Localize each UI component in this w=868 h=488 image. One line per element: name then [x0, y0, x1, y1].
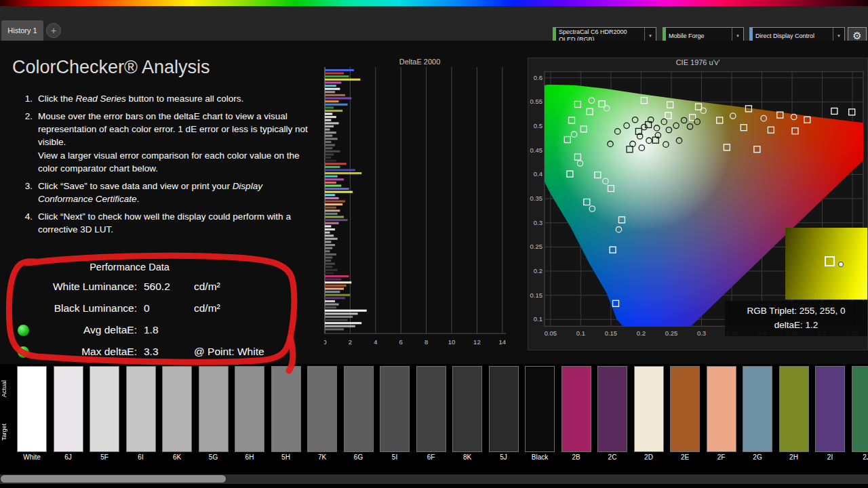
deltae-error-bar[interactable]	[325, 197, 339, 199]
deltae-error-bar[interactable]	[325, 131, 336, 134]
deltae-error-bar[interactable]	[325, 122, 339, 124]
deltae-error-bar[interactable]	[325, 216, 344, 218]
deltae-error-bar[interactable]	[325, 241, 331, 243]
deltae-error-bar[interactable]	[325, 73, 344, 75]
deltae-error-bar[interactable]	[325, 219, 348, 221]
deltae-error-bar[interactable]	[325, 144, 335, 146]
deltae-error-bar[interactable]	[325, 297, 345, 299]
deltae-error-bar[interactable]	[325, 100, 339, 102]
deltae-error-bar[interactable]	[325, 294, 350, 296]
deltae-error-bar[interactable]	[325, 285, 347, 287]
deltae-error-bar[interactable]	[325, 213, 338, 215]
deltae-error-bar[interactable]	[325, 147, 332, 149]
deltae-error-bar[interactable]	[325, 306, 336, 308]
deltae-error-bar[interactable]	[325, 75, 349, 77]
deltae-error-bar[interactable]	[325, 238, 338, 240]
deltae-error-bar[interactable]	[325, 272, 334, 274]
deltae-error-bar[interactable]	[325, 166, 340, 168]
deltae-error-bar[interactable]	[325, 138, 338, 140]
deltae-error-bar[interactable]	[325, 172, 361, 174]
deltae-error-bar[interactable]	[325, 191, 353, 193]
deltae-error-bar[interactable]	[325, 316, 353, 318]
deltae-error-bar[interactable]	[325, 232, 330, 234]
deltae-chart[interactable]: 02468101214	[324, 67, 515, 352]
patch-actual	[490, 367, 518, 416]
deltae-error-bar[interactable]	[325, 182, 336, 184]
add-tab-button[interactable]: +	[46, 23, 61, 38]
deltae-error-bar[interactable]	[325, 116, 336, 118]
deltae-error-bar[interactable]	[325, 328, 344, 330]
color-patch-column: 2J	[852, 366, 868, 461]
deltae-error-bar[interactable]	[325, 300, 335, 302]
tooltip-rgb-triplet: RGB Triplet: 255, 255, 0	[729, 304, 863, 319]
color-patch-column: 5H	[271, 366, 301, 461]
pass-indicator-icon	[18, 325, 29, 336]
deltae-error-bar[interactable]	[325, 178, 344, 180]
deltae-error-bar[interactable]	[325, 110, 342, 112]
deltae-error-bar[interactable]	[325, 250, 330, 252]
deltae-error-bar[interactable]	[325, 176, 338, 178]
deltae-error-bar[interactable]	[325, 253, 336, 256]
deltae-error-bar[interactable]	[325, 88, 340, 90]
deltae-error-bar[interactable]	[325, 322, 361, 324]
horizontal-scrollbar[interactable]	[0, 474, 868, 484]
deltae-error-bar[interactable]	[325, 275, 349, 277]
deltae-error-bar[interactable]	[325, 269, 338, 271]
deltae-error-bar[interactable]	[325, 263, 335, 265]
instruction-item: 3.Click “Save” to save data and view or …	[20, 180, 317, 205]
deltae-error-bar[interactable]	[325, 228, 335, 230]
deltae-error-bar[interactable]	[325, 207, 336, 209]
deltae-error-bar[interactable]	[325, 81, 341, 83]
deltae-error-bar[interactable]	[325, 169, 355, 171]
deltae-error-bar[interactable]	[325, 288, 344, 290]
deltae-error-bar[interactable]	[325, 79, 360, 81]
deltae-error-bar[interactable]	[325, 310, 367, 312]
deltae-error-bar[interactable]	[325, 184, 341, 186]
deltae-error-bar[interactable]	[325, 209, 340, 211]
deltae-error-bar[interactable]	[325, 153, 334, 155]
deltae-error-bar[interactable]	[325, 291, 340, 293]
deltae-error-bar[interactable]	[325, 260, 331, 262]
deltae-error-bar[interactable]	[325, 135, 332, 137]
deltae-error-bar[interactable]	[325, 113, 332, 115]
deltae-error-bar[interactable]	[325, 163, 347, 165]
deltae-error-bar[interactable]	[325, 244, 335, 246]
deltae-error-bar[interactable]	[325, 85, 336, 87]
deltae-error-bar[interactable]	[325, 304, 339, 306]
deltae-error-bar[interactable]	[325, 94, 345, 96]
deltae-error-bar[interactable]	[325, 188, 349, 190]
deltae-error-bar[interactable]	[325, 125, 334, 127]
deltae-error-bar[interactable]	[325, 97, 351, 99]
deltae-error-bar[interactable]	[325, 119, 331, 121]
deltae-error-bar[interactable]	[325, 129, 330, 131]
deltae-error-bar[interactable]	[325, 266, 332, 268]
deltae-error-bar[interactable]	[325, 279, 341, 281]
deltae-error-bar[interactable]	[325, 247, 332, 249]
deltae-error-bar[interactable]	[325, 325, 355, 327]
deltae-error-bar[interactable]	[325, 225, 331, 227]
deltae-error-bar[interactable]	[325, 203, 342, 205]
patch-actual	[852, 367, 868, 416]
deltae-error-bar[interactable]	[325, 222, 339, 224]
deltae-error-bar[interactable]	[325, 281, 351, 283]
patch-target	[344, 416, 373, 452]
patch-label: 6G	[344, 453, 374, 461]
deltae-error-bar[interactable]	[325, 256, 332, 258]
deltae-error-bar[interactable]	[325, 157, 331, 159]
deltae-error-bar[interactable]	[325, 141, 331, 143]
deltae-error-bar[interactable]	[325, 319, 348, 321]
deltae-error-bar[interactable]	[325, 235, 334, 237]
deltae-error-bar[interactable]	[325, 104, 348, 106]
deltae-error-bar[interactable]	[325, 91, 335, 93]
color-patch	[525, 366, 555, 452]
scrollbar-thumb[interactable]	[1, 475, 226, 483]
deltae-error-bar[interactable]	[325, 150, 340, 152]
deltae-error-bar[interactable]	[325, 160, 336, 162]
deltae-error-bar[interactable]	[325, 312, 358, 314]
deltae-error-bar[interactable]	[325, 201, 345, 203]
tab-history-1[interactable]: History 1	[1, 20, 43, 41]
deltae-error-bar[interactable]	[325, 106, 334, 108]
deltae-error-bar[interactable]	[325, 194, 335, 196]
color-patch-column: 2C	[597, 366, 627, 461]
deltae-error-bar[interactable]	[325, 69, 354, 71]
